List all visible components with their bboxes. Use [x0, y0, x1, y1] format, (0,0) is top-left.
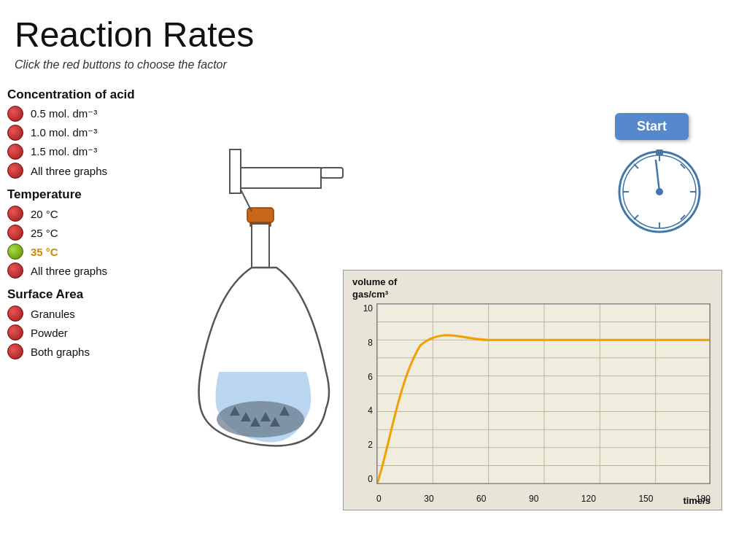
svg-line-26: [241, 190, 252, 211]
start-button[interactable]: Start: [615, 113, 689, 140]
option-1.0mol[interactable]: 1.0 mol. dm⁻³: [7, 125, 182, 141]
temperature-title: Temperature: [7, 187, 182, 202]
label-20c: 20 °C: [31, 208, 58, 220]
label-granules: Granules: [31, 308, 75, 320]
label-1.5mol: 1.5 mol. dm⁻³: [31, 145, 97, 158]
btn-all-conc[interactable]: [7, 163, 23, 179]
flask-container: [186, 146, 347, 452]
chart-plot-area: [376, 303, 711, 484]
option-all-temp[interactable]: All three graphs: [7, 262, 182, 279]
btn-1.0mol[interactable]: [7, 125, 23, 141]
label-powder: Powder: [31, 327, 68, 339]
svg-rect-10: [656, 149, 663, 155]
label-both-graphs: Both graphs: [31, 346, 90, 358]
btn-powder[interactable]: [7, 324, 23, 341]
btn-20c[interactable]: [7, 206, 23, 222]
left-panel: Concentration of acid 0.5 mol. dm⁻³ 1.0 …: [7, 88, 182, 362]
label-25c: 25 °C: [31, 227, 58, 239]
chart-container: volume of gas/cm³ time/s 10 8 6 4 2 0 0 …: [343, 270, 722, 510]
subtitle: Click the red buttons to choose the fact…: [15, 58, 227, 71]
label-1.0mol: 1.0 mol. dm⁻³: [31, 126, 97, 139]
btn-granules[interactable]: [7, 306, 23, 322]
btn-35c[interactable]: [7, 244, 23, 260]
svg-rect-14: [241, 168, 321, 188]
option-25c[interactable]: 25 °C: [7, 225, 182, 241]
option-0.5mol[interactable]: 0.5 mol. dm⁻³: [7, 106, 182, 122]
chart-y-title: volume of gas/cm³: [352, 276, 397, 301]
svg-rect-18: [252, 224, 269, 268]
option-powder[interactable]: Powder: [7, 324, 182, 341]
svg-point-19: [217, 401, 304, 438]
label-all-conc: All three graphs: [31, 165, 107, 177]
option-20c[interactable]: 20 °C: [7, 206, 182, 222]
label-35c: 35 °C: [31, 246, 58, 258]
x-axis-labels: 0 30 60 90 120 150 180: [376, 494, 711, 504]
page-title: Reaction Rates: [15, 15, 254, 55]
option-all-conc[interactable]: All three graphs: [7, 163, 182, 179]
stopwatch: [612, 142, 707, 237]
btn-1.5mol[interactable]: [7, 144, 23, 160]
svg-rect-15: [321, 168, 343, 178]
label-all-temp: All three graphs: [31, 265, 107, 277]
option-35c[interactable]: 35 °C: [7, 244, 182, 260]
svg-rect-13: [230, 149, 241, 193]
option-both-graphs[interactable]: Both graphs: [7, 343, 182, 359]
btn-both-graphs[interactable]: [7, 343, 23, 359]
btn-all-temp[interactable]: [7, 262, 23, 279]
option-1.5mol[interactable]: 1.5 mol. dm⁻³: [7, 144, 182, 160]
label-0.5mol: 0.5 mol. dm⁻³: [31, 107, 97, 120]
option-granules[interactable]: Granules: [7, 306, 182, 322]
surface-area-title: Surface Area: [7, 287, 182, 302]
btn-0.5mol[interactable]: [7, 106, 23, 122]
btn-25c[interactable]: [7, 225, 23, 241]
y-axis-labels: 10 8 6 4 2 0: [347, 303, 373, 484]
concentration-title: Concentration of acid: [7, 88, 182, 102]
